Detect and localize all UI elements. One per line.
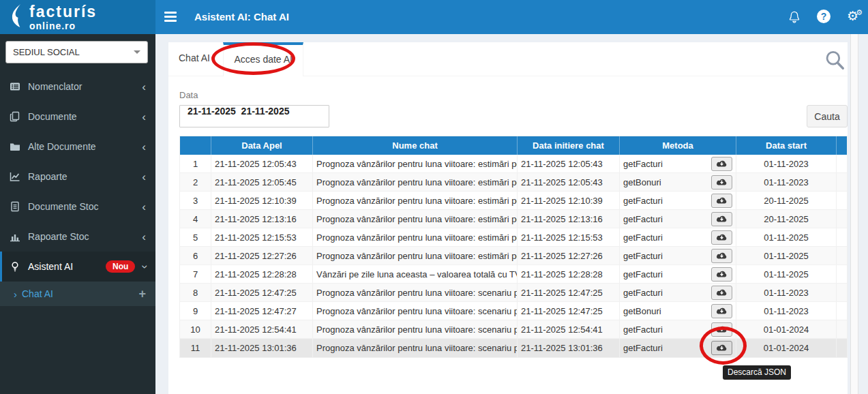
plus-icon[interactable]: + (138, 287, 146, 301)
chevron-left-icon: ‹ (142, 81, 146, 93)
metoda-label: getBonuri (623, 306, 661, 316)
cloud-download-icon (716, 215, 728, 224)
cell-metoda: getFacturi (620, 210, 736, 228)
copy-icon (10, 111, 20, 122)
cell-spacer (837, 210, 847, 228)
cloud-download-icon (716, 325, 728, 334)
tab-chat-ai[interactable]: Chat AI (168, 42, 220, 76)
row-number: 7 (180, 265, 211, 283)
data-table: Data Apel Nume chat Data initiere chat M… (179, 136, 848, 358)
download-json-button[interactable] (711, 249, 732, 263)
nou-badge: Nou (106, 260, 135, 273)
sidebar-item-label: Nomenclator (28, 81, 82, 92)
download-json-button[interactable] (711, 304, 732, 318)
sidebar-item-rapoarte-stoc[interactable]: Rapoarte Stoc ‹ (0, 222, 155, 252)
gears-icon[interactable]: ⚙⚙ (847, 8, 863, 23)
sidebar-item-asistent-ai[interactable]: Asistent AI Nou ‹ (0, 252, 155, 282)
table-row: 1 21-11-2025 12:05:43 Prognoza vânzărilo… (180, 155, 847, 173)
chevron-right-icon: › (14, 288, 17, 300)
metoda-label: getFacturi (623, 232, 663, 243)
chevron-left-icon: ‹ (142, 201, 146, 213)
download-json-button[interactable] (711, 157, 732, 171)
sidebar-item-rapoarte[interactable]: Rapoarte ‹ (0, 162, 155, 192)
scrollbar-track[interactable] (850, 34, 858, 394)
cloud-download-icon (716, 160, 728, 168)
cell-metoda: getFacturi (620, 320, 736, 338)
tab-bar: Chat AI Acces date AI (168, 42, 848, 76)
download-json-button[interactable] (711, 175, 732, 190)
row-number: 2 (180, 173, 211, 191)
row-number: 3 (180, 192, 211, 209)
cell-metoda: getFacturi (620, 265, 736, 283)
download-json-button[interactable] (711, 194, 732, 208)
company-selector[interactable]: SEDIUL SOCIAL (5, 41, 148, 63)
cell-metoda: getFacturi (620, 155, 736, 172)
cell-data-apel: 21-11-2025 12:15:53 (211, 228, 313, 246)
table-row: 11 21-11-2025 13:01:36 Prognoza vânzăril… (180, 339, 847, 357)
sidebar-item-label: Rapoarte (28, 171, 68, 182)
header-data-apel: Data Apel (211, 136, 313, 155)
cell-metoda: getFacturi (620, 339, 736, 357)
cell-spacer (837, 339, 847, 357)
folder-icon (10, 141, 20, 152)
sidebar-menu: Nomenclator ‹ Documente ‹ Alte Documente… (0, 72, 155, 306)
sidebar-item-label: Documente (28, 111, 77, 122)
metoda-label: getFacturi (623, 324, 663, 335)
cell-nume-chat: Prognoza vânzărilor pentru luna viitoare… (313, 155, 518, 172)
help-icon[interactable]: ? (817, 10, 830, 23)
cell-metoda: getFacturi (620, 284, 736, 301)
cell-metoda: getFacturi (620, 192, 736, 209)
search-icon[interactable] (824, 49, 845, 74)
sidebar-item-chat-ai[interactable]: › Chat AI + (0, 282, 155, 306)
brand-logo[interactable]: facturís online.ro (0, 0, 155, 34)
bar-chart-icon (10, 231, 20, 242)
date-range-input[interactable]: 21-11-2025 21-11-2025 (179, 105, 329, 127)
table-row: 7 21-11-2025 12:28:28 Vânzări pe zile lu… (180, 265, 847, 284)
cloud-download-icon (716, 344, 728, 352)
metoda-label: getFacturi (623, 251, 663, 261)
hamburger-menu-icon[interactable] (164, 12, 177, 24)
download-json-button[interactable] (711, 230, 732, 245)
list-icon (10, 81, 20, 92)
chevron-left-icon: ‹ (142, 111, 146, 123)
header-nume-chat: Nume chat (313, 136, 518, 155)
download-json-button[interactable] (711, 267, 732, 282)
metoda-label: getFacturi (623, 288, 663, 298)
download-json-button[interactable] (711, 286, 732, 300)
download-json-button[interactable] (711, 341, 732, 355)
brand-line1: facturís (29, 4, 97, 20)
metoda-label: getFacturi (623, 343, 663, 353)
cell-nume-chat: Prognoza vânzărilor pentru luna viitoare… (313, 247, 518, 264)
bell-icon[interactable] (788, 10, 800, 26)
cell-nume-chat: Prognoza vânzărilor pentru luna viitoare… (313, 173, 518, 191)
sidebar-item-documente-stoc[interactable]: Documente Stoc ‹ (0, 192, 155, 222)
cloud-download-icon (716, 270, 728, 279)
header-metoda: Metoda (620, 136, 736, 155)
cell-spacer (837, 265, 847, 283)
cloud-download-icon (716, 307, 728, 316)
company-selector-value: SEDIUL SOCIAL (13, 47, 80, 57)
table-row: 4 21-11-2025 12:13:16 Prognoza vânzărilo… (180, 210, 847, 228)
table-row: 3 21-11-2025 12:10:39 Prognoza vânzărilo… (180, 192, 847, 210)
cell-metoda: getBonuri (620, 173, 736, 191)
sidebar-item-documente[interactable]: Documente ‹ (0, 102, 155, 132)
row-number: 10 (180, 320, 211, 338)
tab-acces-date-ai[interactable]: Acces date AI (223, 42, 303, 76)
cell-data-start: 01-01-2024 (736, 339, 837, 357)
cell-nume-chat: Prognoza vânzărilor pentru luna viitoare… (313, 302, 518, 320)
cell-data-start: 20-11-2025 (736, 210, 837, 228)
sidebar-item-label: Asistent AI (28, 261, 73, 272)
sidebar-item-nomenclator[interactable]: Nomenclator ‹ (0, 72, 155, 102)
cell-nume-chat: Prognoza vânzărilor pentru luna viitoare… (313, 228, 518, 246)
cell-data-initiere: 21-11-2025 12:54:41 (518, 320, 620, 338)
table-body: 1 21-11-2025 12:05:43 Prognoza vânzărilo… (180, 155, 847, 357)
cell-data-start: 20-11-2025 (736, 192, 837, 209)
sidebar-item-alte-documente[interactable]: Alte Documente ‹ (0, 132, 155, 162)
search-button[interactable]: Cauta (807, 105, 848, 127)
submenu-item-label: Chat AI (22, 288, 53, 299)
sidebar-item-label: Documente Stoc (28, 201, 99, 212)
cell-nume-chat: Prognoza vânzărilor pentru luna viitoare… (313, 320, 518, 338)
download-json-button[interactable] (711, 322, 732, 337)
download-json-button[interactable] (711, 212, 732, 226)
cell-metoda: getFacturi (620, 228, 736, 246)
